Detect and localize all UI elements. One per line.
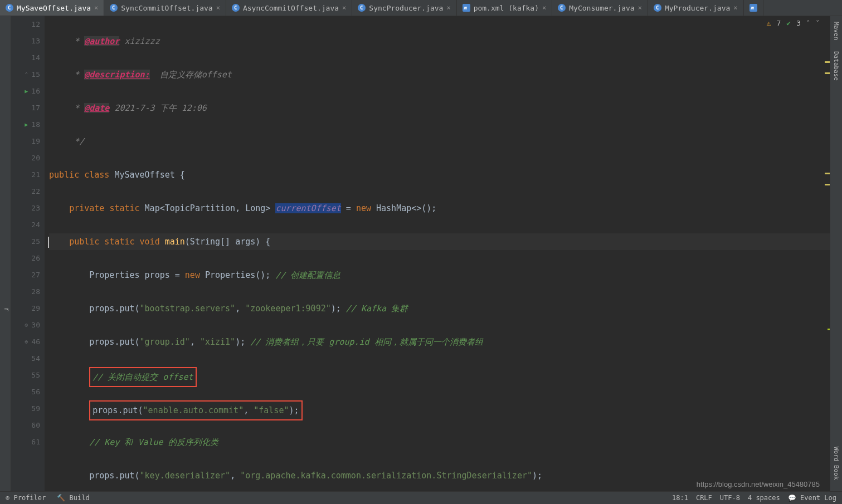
close-icon[interactable]: × [342, 4, 346, 12]
fold-icon[interactable]: ⊕ [25, 317, 28, 334]
gutter[interactable]: 12 13 14 ⌃15 ▶16 17 ▶18 19 20 21 22 23 2… [11, 16, 45, 491]
tab-label: SyncProducer.java [369, 4, 443, 12]
svg-text:C: C [8, 5, 11, 11]
java-file-icon: C [232, 4, 240, 12]
tab-pomxml[interactable]: m pom.xml (kafka) × [457, 0, 553, 16]
close-icon[interactable]: × [94, 4, 98, 12]
tab-label: MyProducer.java [665, 4, 730, 12]
svg-text:C: C [234, 5, 237, 11]
event-log[interactable]: 💬 Event Log [788, 494, 836, 502]
run-icon[interactable]: ▶ [25, 116, 28, 133]
right-tool-stripe: Maven Database Word Book [830, 16, 842, 491]
editor: r 12 13 14 ⌃15 ▶16 17 ▶18 19 20 21 22 23… [0, 16, 842, 491]
svg-text:C: C [560, 5, 563, 11]
caret-position[interactable]: 18:1 [672, 494, 688, 502]
java-file-icon: C [110, 4, 118, 12]
tab-mysaveoffset[interactable]: C MySaveOffset.java × [0, 0, 104, 16]
close-icon[interactable]: × [446, 4, 450, 12]
highlight-box-1b: props.put("enable.auto.commit", "false")… [89, 400, 302, 420]
fold-icon[interactable]: ⌃ [25, 66, 28, 83]
code-area[interactable]: * @author xizizzz * @description: 自定义存储o… [45, 16, 842, 491]
tool-maven[interactable]: Maven [833, 22, 840, 40]
maven-file-icon: m [463, 4, 470, 12]
close-icon[interactable]: × [733, 4, 737, 12]
error-stripe[interactable] [823, 39, 830, 482]
indent[interactable]: 4 spaces [748, 494, 780, 502]
fold-icon[interactable]: ⊕ [25, 334, 28, 350]
maven-file-icon: m [749, 4, 757, 12]
tab-asynccommitoffset[interactable]: C AsyncCommitOffset.java × [226, 0, 352, 16]
run-icon[interactable]: ▶ [25, 83, 28, 100]
editor-tabs: C MySaveOffset.java × C SyncCommitOffset… [0, 0, 842, 16]
tool-wordbook[interactable]: Word Book [833, 447, 840, 480]
build-tool[interactable]: 🔨 Build [57, 494, 89, 502]
tab-label: MyConsumer.java [569, 4, 634, 12]
tab-overflow[interactable]: m [744, 0, 763, 16]
svg-text:C: C [112, 5, 115, 11]
line-separator[interactable]: CRLF [696, 494, 712, 502]
tab-synccommitoffset[interactable]: C SyncCommitOffset.java × [104, 0, 226, 16]
tab-label: MySaveOffset.java [17, 4, 91, 12]
java-file-icon: C [358, 4, 366, 12]
left-tool-stripe[interactable]: r [0, 16, 11, 491]
tab-syncproducer[interactable]: C SyncProducer.java × [352, 0, 456, 16]
close-icon[interactable]: × [216, 4, 220, 12]
profiler-tool[interactable]: ⊙ Profiler [6, 494, 46, 502]
tab-label: SyncCommitOffset.java [121, 4, 212, 12]
close-icon[interactable]: × [542, 4, 546, 12]
java-file-icon: C [6, 4, 13, 12]
java-file-icon: C [558, 4, 566, 12]
highlight-box-1: // 关闭自动提交 offset [89, 367, 196, 387]
caret [48, 237, 49, 248]
svg-text:C: C [656, 5, 659, 11]
tab-label: pom.xml (kafka) [474, 4, 539, 12]
svg-text:C: C [360, 5, 363, 11]
tab-label: AsyncCommitOffset.java [243, 4, 339, 12]
tab-myproducer[interactable]: C MyProducer.java × [648, 0, 744, 16]
encoding[interactable]: UTF-8 [720, 494, 740, 502]
watermark: https://blog.csdn.net/weixin_45480785 [697, 480, 820, 488]
close-icon[interactable]: × [638, 4, 642, 12]
tool-database[interactable]: Database [833, 51, 840, 81]
java-file-icon: C [654, 4, 661, 12]
status-bar: ⊙ Profiler 🔨 Build 18:1 CRLF UTF-8 4 spa… [0, 491, 842, 504]
tab-myconsumer[interactable]: C MyConsumer.java × [552, 0, 648, 16]
